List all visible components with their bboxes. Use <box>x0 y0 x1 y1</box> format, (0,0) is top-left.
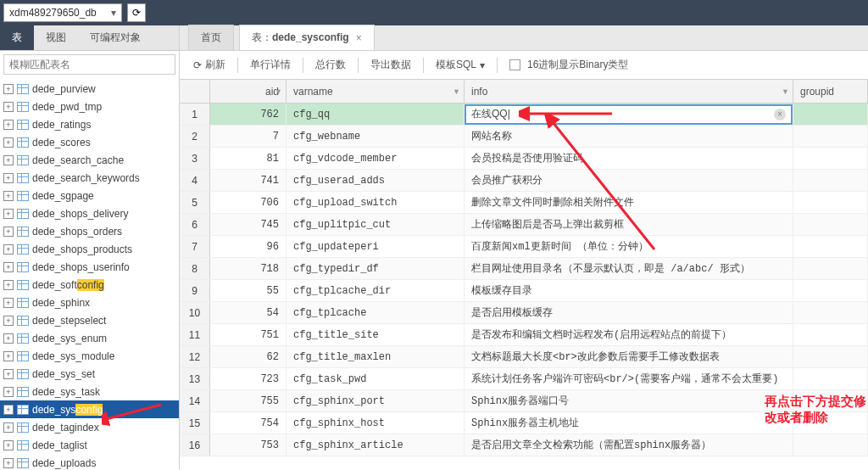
table-item[interactable]: +dede_scores <box>0 133 179 151</box>
table-item[interactable]: +dede_uploads <box>0 454 179 470</box>
expand-icon[interactable]: + <box>3 387 14 397</box>
cell-groupid[interactable] <box>793 368 868 389</box>
table-row[interactable]: 796cfg_updateperi百度新闻xml更新时间 （单位：分钟） <box>180 236 868 258</box>
expand-icon[interactable]: + <box>3 405 14 415</box>
cell-aid[interactable]: 745 <box>210 214 287 235</box>
export-button[interactable]: 导出数据 <box>364 54 418 76</box>
expand-icon[interactable]: + <box>3 191 14 201</box>
cell-varname[interactable]: cfg_sphinx_host <box>287 412 465 434</box>
expand-icon[interactable]: + <box>3 120 14 130</box>
filter-input[interactable] <box>3 54 175 75</box>
row-detail-button[interactable]: 单行详情 <box>243 54 298 76</box>
table-item[interactable]: +dede_stepselect <box>0 311 179 329</box>
edit-input[interactable]: 在线QQ|× <box>465 104 793 125</box>
cell-varname[interactable]: cfg_tplcache <box>287 302 465 323</box>
chevron-down-icon[interactable]: ▼ <box>275 87 282 96</box>
cell-groupid[interactable] <box>793 236 868 257</box>
table-tree[interactable]: +dede_purview+dede_pwd_tmp+dede_ratings+… <box>0 78 179 470</box>
col-rownum[interactable] <box>180 80 210 103</box>
cell-aid[interactable]: 54 <box>210 302 287 323</box>
refresh-button[interactable]: ⟳ <box>127 3 146 22</box>
cell-groupid[interactable] <box>793 170 868 191</box>
cell-varname[interactable]: cfg_title_site <box>287 324 465 345</box>
cell-info[interactable]: Sphinx服务器主机地址 <box>465 412 793 434</box>
table-row[interactable]: 4741cfg_userad_adds会员推广获积分 <box>180 170 868 192</box>
cell-info[interactable]: 栏目网址使用目录名（不显示默认页，即是 /a/abc/ 形式） <box>465 258 793 279</box>
table-item[interactable]: +dede_sys_module <box>0 347 179 365</box>
table-item[interactable]: +dede_taglist <box>0 436 179 454</box>
tab-home[interactable]: 首页 <box>188 25 234 50</box>
expand-icon[interactable]: + <box>3 369 14 379</box>
cell-groupid[interactable] <box>793 192 868 213</box>
cell-info[interactable]: 网站名称 <box>465 126 793 147</box>
cell-varname[interactable]: cfg_sphinx_article <box>287 434 465 456</box>
table-row[interactable]: 13723cfg_task_pwd系统计划任务客户端许可密码<br/>(需要客户… <box>180 368 868 390</box>
table-row[interactable]: 1054cfg_tplcache是否启用模板缓存 <box>180 302 868 324</box>
cell-aid[interactable]: 718 <box>210 258 287 279</box>
cell-varname[interactable]: cfg_webname <box>287 126 465 147</box>
col-aid[interactable]: aid▼ <box>210 80 287 103</box>
tab-table[interactable]: 表：dede_sysconfig × <box>239 25 375 50</box>
cell-varname[interactable]: cfg_typedir_df <box>287 258 465 279</box>
expand-icon[interactable]: + <box>3 137 14 148</box>
cell-varname[interactable]: cfg_qq <box>287 104 465 125</box>
expand-icon[interactable]: + <box>3 458 14 468</box>
table-item[interactable]: +dede_sys_enum <box>0 329 179 347</box>
expand-icon[interactable]: + <box>3 102 14 112</box>
cell-groupid[interactable] <box>793 390 868 411</box>
cell-aid[interactable]: 753 <box>210 434 287 456</box>
cell-groupid[interactable] <box>793 324 868 345</box>
cell-groupid[interactable] <box>793 214 868 235</box>
cell-aid[interactable]: 706 <box>210 192 287 213</box>
expand-icon[interactable]: + <box>3 209 14 219</box>
table-row[interactable]: 8718cfg_typedir_df栏目网址使用目录名（不显示默认页，即是 /a… <box>180 258 868 280</box>
sidebar-tab-programmable[interactable]: 可编程对象 <box>78 25 153 50</box>
table-row[interactable]: 27cfg_webname网站名称 <box>180 126 868 148</box>
table-item[interactable]: +dede_ratings <box>0 115 179 133</box>
cell-groupid[interactable] <box>793 104 868 125</box>
table-row[interactable]: 6745cfg_uplitpic_cut上传缩略图后是否马上弹出裁剪框 <box>180 214 868 236</box>
cell-info[interactable]: 系统计划任务客户端许可密码<br/>(需要客户端，通常不会太重要) <box>465 368 793 389</box>
cell-info[interactable]: 在线QQ|× <box>465 104 793 125</box>
cell-aid[interactable]: 96 <box>210 236 287 257</box>
expand-icon[interactable]: + <box>3 298 14 308</box>
table-row[interactable]: 1762cfg_qq在线QQ|× <box>180 104 868 126</box>
cell-aid[interactable]: 754 <box>210 412 287 434</box>
cell-info[interactable]: 百度新闻xml更新时间 （单位：分钟） <box>465 236 793 257</box>
table-row[interactable]: 955cfg_tplcache_dir模板缓存目录 <box>180 280 868 302</box>
chevron-down-icon[interactable]: ▼ <box>453 87 460 96</box>
cell-groupid[interactable] <box>793 434 868 456</box>
binary-hex-toggle[interactable]: 16进制显示Binary类型 <box>503 54 635 76</box>
refresh-button[interactable]: ⟳刷新 <box>186 54 232 76</box>
cell-info[interactable]: Sphinx服务器端口号 <box>465 390 793 411</box>
cell-aid[interactable]: 741 <box>210 170 287 191</box>
expand-icon[interactable]: + <box>3 227 14 237</box>
table-item[interactable]: +dede_purview <box>0 80 179 98</box>
close-icon[interactable]: × <box>356 32 362 44</box>
cell-aid[interactable]: 62 <box>210 346 287 367</box>
cell-varname[interactable]: cfg_updateperi <box>287 236 465 257</box>
cell-groupid[interactable] <box>793 280 868 301</box>
cell-varname[interactable]: cfg_title_maxlen <box>287 346 465 367</box>
table-row[interactable]: 1262cfg_title_maxlen文档标题最大长度<br>改此参数后需要手… <box>180 346 868 368</box>
table-item[interactable]: +dede_sphinx <box>0 294 179 311</box>
expand-icon[interactable]: + <box>3 333 14 344</box>
cell-info[interactable]: 删除文章文件同时删除相关附件文件 <box>465 192 793 213</box>
table-row[interactable]: 15754cfg_sphinx_hostSphinx服务器主机地址 <box>180 412 868 434</box>
table-item[interactable]: +dede_sysconfig <box>0 400 179 418</box>
sidebar-tab-tables[interactable]: 表 <box>0 25 34 50</box>
expand-icon[interactable]: + <box>3 262 14 272</box>
cell-varname[interactable]: cfg_userad_adds <box>287 170 465 191</box>
cell-aid[interactable]: 55 <box>210 280 287 301</box>
cell-info[interactable]: 会员投稿是否使用验证码 <box>465 148 793 169</box>
expand-icon[interactable]: + <box>3 440 14 450</box>
cell-info[interactable]: 会员推广获积分 <box>465 170 793 191</box>
cell-info[interactable]: 是否启用文章全文检索功能（需配置sphinx服务器） <box>465 434 793 456</box>
cell-info[interactable]: 是否启用模板缓存 <box>465 302 793 323</box>
cell-varname[interactable]: cfg_sphinx_port <box>287 390 465 411</box>
table-item[interactable]: +dede_sgpage <box>0 187 179 204</box>
table-item[interactable]: +dede_sys_task <box>0 383 179 400</box>
table-row[interactable]: 16753cfg_sphinx_article是否启用文章全文检索功能（需配置s… <box>180 434 868 456</box>
expand-icon[interactable]: + <box>3 173 14 183</box>
chevron-down-icon[interactable]: ▼ <box>782 87 789 96</box>
